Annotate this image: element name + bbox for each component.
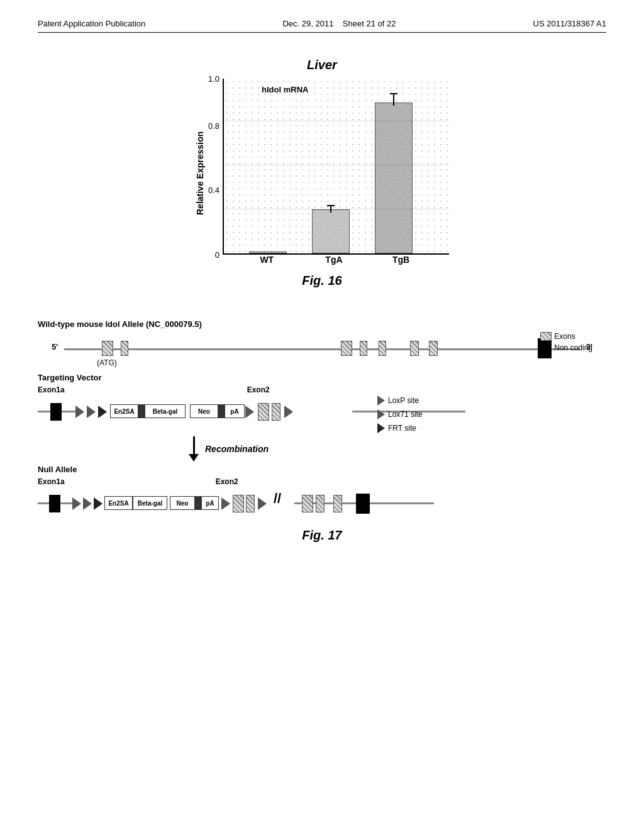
wt-gene-line [64, 348, 580, 350]
na-arrow-after-exon2 [258, 497, 267, 510]
fig16-title: Liver [307, 58, 337, 72]
na-en2sa-box: En2SA [104, 496, 133, 510]
tv-exon2-label: Exon2 [247, 385, 270, 394]
na-exon1a-box [49, 495, 60, 512]
legend-exons-box [540, 332, 552, 341]
error-bar-tgb [393, 93, 394, 106]
tv-neo-box: Neo [190, 404, 218, 418]
na-exon-labels: Exon1a Exon2 [38, 477, 606, 486]
wt-allele-section: Wild-type mouse Idol Allele (NC_000079.5… [38, 319, 606, 363]
x-labels: WT TgA TgB [208, 255, 435, 265]
targeting-vector-section: Targeting Vector Exon1a Exon2 [38, 373, 606, 427]
legend-exons: Exons [540, 332, 592, 341]
lox71-legend: Lox71 site [377, 409, 423, 419]
recombination-arrowhead [189, 454, 199, 462]
legend-noncoding-box [540, 343, 552, 352]
header-publication: Patent Application Publication [38, 19, 145, 28]
frt-legend: FRT site [377, 423, 423, 433]
tv-exon1a-label: Exon1a [38, 385, 65, 394]
exon-3 [341, 341, 352, 356]
fig17-container: Wild-type mouse Idol Allele (NC_000079.5… [38, 319, 606, 543]
loxp-arrow-icon [377, 396, 385, 406]
gridline-08 [224, 165, 449, 165]
exon-5 [379, 341, 386, 356]
exon-6 [410, 341, 419, 356]
na-diagram: En2SA Beta-gal Neo pA [38, 487, 465, 519]
atg-label: (ATG) [97, 358, 117, 367]
exon-1 [102, 341, 113, 356]
loxp-label: LoxP site [388, 396, 419, 405]
lox71-label: Lox71 site [388, 410, 423, 419]
tv-exon2a [258, 403, 269, 421]
tv-legend: LoxP site Lox71 site FRT site [377, 396, 423, 433]
na-arrow-loxp [221, 497, 230, 510]
error-cap-tgb [390, 93, 397, 94]
gridline-10 [224, 121, 449, 121]
legend-noncoding: Non coding [540, 343, 592, 352]
wt-allele-diagram: 5' 3' Exons [52, 332, 592, 363]
recombination-label: Recombination [205, 444, 269, 454]
na-slash-break: // [274, 490, 281, 507]
exon-7 [429, 341, 438, 356]
na-exon-last-solid [356, 494, 370, 514]
x-label-tga: TgA [309, 255, 359, 265]
na-exon2-label: Exon2 [216, 477, 238, 486]
bar-wt [249, 252, 287, 253]
na-arrow2 [83, 497, 92, 510]
bar-tga [312, 209, 350, 253]
chart-inner: 0 0.4 0.8 1.0 hIdol mRNA [208, 79, 449, 255]
chart-with-axes: 0 0.4 0.8 1.0 hIdol mRNA [208, 79, 449, 265]
na-exon-r3 [333, 495, 342, 512]
bar-tgb [375, 102, 413, 253]
gridline-04 [224, 209, 449, 209]
loxp-legend: LoxP site [377, 396, 423, 406]
na-exon-r1 [302, 495, 313, 512]
y-axis-label: Relative Expression [195, 79, 205, 267]
y-ticks: 0 0.4 0.8 1.0 [208, 79, 219, 255]
fig16-caption: Fig. 16 [302, 274, 341, 288]
label-5prime: 5' [52, 342, 58, 351]
fig17-caption: Fig. 17 [38, 528, 606, 543]
tv-pa-box: pA [225, 404, 245, 418]
frt-arrow-icon [377, 423, 385, 433]
tv-arrow-1 [75, 406, 84, 418]
tv-small-box2 [218, 404, 225, 418]
tv-exon1a-box [50, 403, 62, 421]
header-patent-number: US 2011/318367 A1 [533, 19, 606, 28]
frt-label: FRT site [388, 424, 416, 433]
exon-2 [121, 341, 128, 356]
x-label-wt: WT [242, 255, 292, 265]
na-exon2a [233, 495, 244, 512]
targeting-vector-title: Targeting Vector [38, 373, 606, 382]
mrna-label: hIdol mRNA [262, 85, 308, 94]
chart-plot: hIdol mRNA [223, 79, 449, 255]
na-neo-box: Neo [170, 496, 195, 510]
recombination-arrow-line [193, 436, 195, 454]
chart-area: Relative Expression 0 0.4 0.8 1.0 hIdol … [195, 79, 449, 267]
wt-allele-title: Wild-type mouse Idol Allele (NC_000079.5… [38, 319, 606, 329]
lox71-arrow-icon [377, 409, 385, 419]
x-label-tgb: TgB [376, 255, 426, 265]
page: Patent Application Publication Dec. 29, … [0, 0, 644, 830]
tv-diagram: En2SA Beta-gal Neo pA [38, 396, 465, 427]
na-arrow-frt [94, 497, 103, 510]
na-small-box [195, 496, 201, 510]
page-header: Patent Application Publication Dec. 29, … [38, 19, 606, 33]
na-betagal-box: Beta-gal [133, 496, 167, 510]
tv-arrow-frt [98, 406, 107, 418]
error-cap-tga [327, 205, 335, 206]
tv-arrow-after-exon2 [284, 406, 293, 418]
recombination-section: Recombination [189, 436, 606, 462]
recombination-arrow [189, 436, 199, 462]
header-date-sheet: Dec. 29, 2011 Sheet 21 of 22 [282, 19, 396, 28]
na-pa-box: pA [201, 496, 219, 510]
na-exon-r2 [316, 495, 325, 512]
tv-small-box1 [138, 404, 145, 418]
tv-arrow-loxp2 [245, 406, 254, 418]
tv-arrow-2 [87, 406, 96, 418]
tv-en2sa-box: En2SA [110, 404, 138, 418]
na-arrow1 [72, 497, 81, 510]
na-exon2b [246, 495, 255, 512]
na-exon1a-label: Exon1a [38, 477, 65, 486]
legend: Exons Non coding [540, 332, 592, 352]
